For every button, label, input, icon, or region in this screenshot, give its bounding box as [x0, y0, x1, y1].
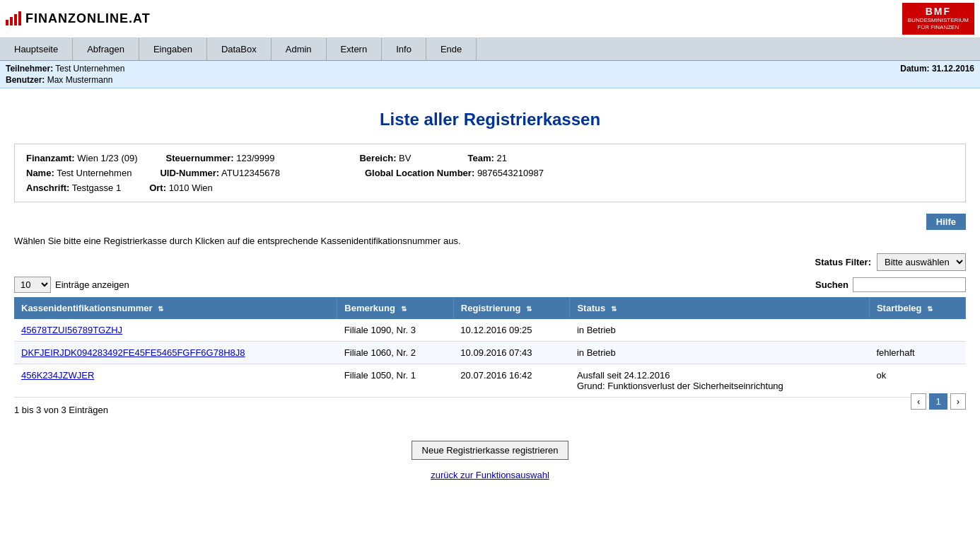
col-registrierung[interactable]: Registrierung ⇅ [453, 297, 570, 319]
bar2 [10, 17, 13, 25]
cell-bemerkung: Filiale 1060, Nr. 2 [337, 341, 454, 364]
cell-bemerkung: Filiale 1090, Nr. 3 [337, 319, 454, 342]
nav-admin[interactable]: Admin [272, 38, 327, 60]
sort-icon-status: ⇅ [611, 305, 617, 313]
cell-kasse-id: 45678TZUI56789TGZHJ [14, 319, 337, 342]
cell-kasse-id: 456K234JZWJER [14, 364, 337, 397]
pagination-info: 1 bis 3 von 3 Einträgen [14, 405, 108, 415]
pagination-prev[interactable]: ‹ [911, 393, 926, 410]
cell-startbeleg: ok [869, 364, 965, 397]
finanzamt-item: Finanzamt: Wien 1/23 (09) [26, 153, 138, 163]
entries-select[interactable]: 10 25 50 100 [14, 277, 51, 293]
nav-bar: Hauptseite Abfragen Eingaben DataBox Adm… [0, 38, 980, 61]
cell-registrierung: 10.12.2016 09:25 [453, 319, 570, 342]
cell-kasse-id: DKFJEIRJDK094283492FE45FE5465FGFF6G78H8J… [14, 341, 337, 364]
steuernummer-item: Steuernummer: 123/9999 [166, 153, 275, 163]
datum-display: Datum: 31.12.2016 [900, 64, 974, 85]
pagination-page-1[interactable]: 1 [929, 393, 947, 410]
team-item: Team: 21 [467, 153, 506, 163]
logo-suffix: .AT [129, 11, 151, 25]
filter-row: Status Filter: Bitte auswählen in Betrie… [14, 253, 966, 271]
cell-bemerkung: Filiale 1050, Nr. 1 [337, 364, 454, 397]
nav-abfragen[interactable]: Abfragen [73, 38, 139, 60]
registrierkassen-table: Kassenidentifikationsnummer ⇅ Bemerkung … [14, 297, 966, 398]
col-startbeleg[interactable]: Startbeleg ⇅ [869, 297, 965, 319]
register-button[interactable]: Neue Registrierkasse registrieren [412, 441, 569, 460]
anschrift-item: Anschrift: Testgasse 1 [26, 183, 121, 193]
info-bar: Teilnehmer: Test Unternehmen Benutzer: M… [0, 61, 980, 88]
teilnehmer-value: Test Unternehmen [55, 64, 124, 74]
logo-thin: FINANZ [25, 11, 76, 25]
cell-startbeleg [869, 319, 965, 342]
logo-bold: ONLINE [76, 11, 129, 25]
ort-item: Ort: 1010 Wien [149, 183, 213, 193]
company-info: Finanzamt: Wien 1/23 (09) Steuernummer: … [14, 144, 966, 202]
pagination-area: 1 bis 3 von 3 Einträgen ‹ 1 › [14, 405, 966, 427]
logo-bars [6, 11, 21, 25]
bmf-title: BMF [926, 6, 951, 17]
pagination-nav: ‹ 1 › [911, 393, 966, 410]
bmf-logo: BMF BUNDESMINISTERIUM FÜR FINANZEN [902, 3, 974, 35]
cell-status: in Betrieb [570, 341, 870, 364]
kasse-id-link[interactable]: DKFJEIRJDK094283492FE45FE5465FGFF6G78H8J… [21, 347, 245, 358]
cell-startbeleg: fehlerhaft [869, 341, 965, 364]
info-left: Teilnehmer: Test Unternehmen Benutzer: M… [6, 64, 124, 85]
sort-icon-startbeleg: ⇅ [927, 305, 933, 313]
search-label: Suchen [815, 279, 848, 290]
col-bemerkung[interactable]: Bemerkung ⇅ [337, 297, 454, 319]
table-row: 45678TZUI56789TGZHJFiliale 1090, Nr. 310… [14, 319, 966, 342]
logo-text: FINANZONLINE.AT [25, 11, 151, 26]
kasse-id-link[interactable]: 456K234JZWJER [21, 370, 94, 381]
company-row-2: Name: Test Unternehmen UID-Nummer: ATU12… [26, 168, 954, 178]
sort-icon-kasse: ⇅ [158, 305, 163, 313]
search-area: Suchen [815, 277, 966, 292]
kasse-id-link[interactable]: 45678TZUI56789TGZHJ [21, 325, 122, 335]
cell-registrierung: 10.09.2016 07:43 [453, 341, 570, 364]
page-title: Liste aller Registrierkassen [14, 110, 966, 129]
cell-status: Ausfall seit 24.12.2016 Grund: Funktions… [570, 364, 870, 397]
sort-icon-bemerkung: ⇅ [401, 305, 407, 313]
nav-ende[interactable]: Ende [426, 38, 477, 60]
gln-item: Global Location Number: 9876543210987 [365, 168, 544, 178]
table-row: 456K234JZWJERFiliale 1050, Nr. 120.07.20… [14, 364, 966, 397]
table-body: 45678TZUI56789TGZHJFiliale 1090, Nr. 310… [14, 319, 966, 398]
uid-item: UID-Nummer: ATU12345678 [160, 168, 280, 178]
teilnehmer-row: Teilnehmer: Test Unternehmen [6, 64, 124, 74]
col-status[interactable]: Status ⇅ [570, 297, 870, 319]
bmf-subtitle: BUNDESMINISTERIUM FÜR FINANZEN [908, 17, 969, 32]
entries-label: Einträge anzeigen [55, 279, 129, 290]
company-row-1: Finanzamt: Wien 1/23 (09) Steuernummer: … [26, 153, 954, 163]
cell-registrierung: 20.07.2016 16:42 [453, 364, 570, 397]
search-input[interactable] [853, 277, 966, 292]
col-kasse-id[interactable]: Kassenidentifikationsnummer ⇅ [14, 297, 337, 319]
bottom-area: Neue Registrierkasse registrieren zurück… [14, 441, 966, 502]
table-row: DKFJEIRJDK094283492FE45FE5465FGFF6G78H8J… [14, 341, 966, 364]
nav-eingaben[interactable]: Eingaben [139, 38, 207, 60]
bar4 [18, 11, 21, 25]
pagination-next[interactable]: › [950, 393, 966, 410]
status-filter-select[interactable]: Bitte auswählen in Betrieb Ausfall Außer… [877, 253, 966, 271]
filter-label: Status Filter: [815, 257, 871, 267]
controls-top: Hilfe [14, 214, 966, 230]
back-link[interactable]: zurück zur Funktionsauswahl [431, 470, 549, 480]
benutzer-value: Max Mustermann [47, 75, 113, 85]
header: FINANZONLINE.AT BMF BUNDESMINISTERIUM FÜ… [0, 0, 980, 38]
logo-area: FINANZONLINE.AT [6, 11, 151, 26]
main-content: Liste aller Registrierkassen Finanzamt: … [0, 88, 980, 509]
bereich-item: Bereich: BV [359, 153, 411, 163]
instruction-text: Wählen Sie bitte eine Registrierkasse du… [14, 236, 966, 246]
nav-extern[interactable]: Extern [327, 38, 383, 60]
company-row-3: Anschrift: Testgasse 1 Ort: 1010 Wien [26, 183, 954, 193]
table-controls: 10 25 50 100 Einträge anzeigen Suchen [14, 277, 966, 293]
nav-databox[interactable]: DataBox [207, 38, 272, 60]
benutzer-row: Benutzer: Max Mustermann [6, 75, 124, 85]
table-header-row: Kassenidentifikationsnummer ⇅ Bemerkung … [14, 297, 966, 319]
nav-hauptseite[interactable]: Hauptseite [0, 38, 73, 60]
benutzer-label: Benutzer: [6, 75, 45, 85]
sort-icon-registrierung: ⇅ [526, 305, 532, 313]
bar1 [6, 20, 8, 25]
cell-status: in Betrieb [570, 319, 870, 342]
nav-info[interactable]: Info [382, 38, 426, 60]
name-item: Name: Test Unternehmen [26, 168, 132, 178]
hilfe-button[interactable]: Hilfe [926, 214, 966, 230]
